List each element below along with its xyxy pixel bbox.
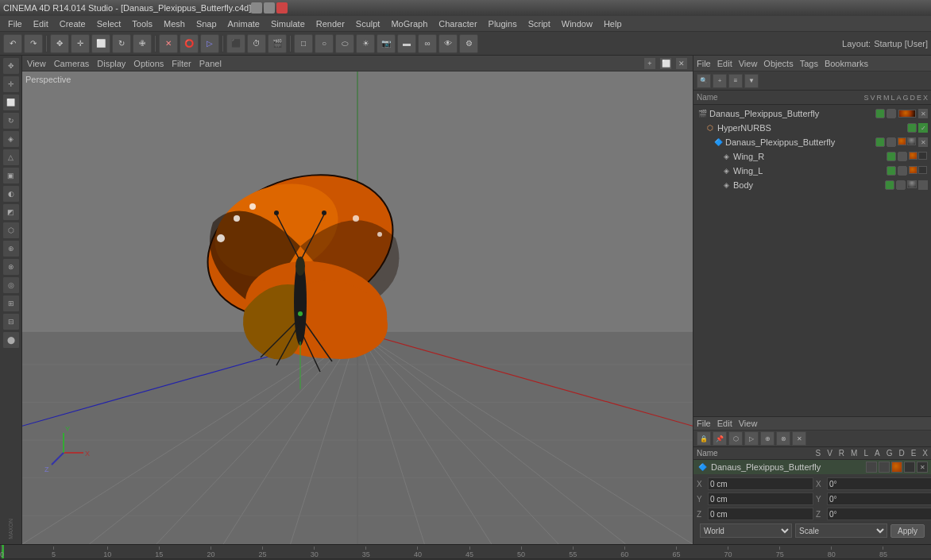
menu-item-tools[interactable]: Tools <box>127 17 157 30</box>
menu-item-select[interactable]: Select <box>92 17 126 30</box>
cube-button[interactable]: □ <box>294 34 313 53</box>
lt-tool8[interactable]: ◐ <box>2 185 20 203</box>
tree-item-butterfly-child[interactable]: 🔷 Danaus_Plexippus_Butterfly ✕ <box>695 135 929 149</box>
vp-menu-display[interactable]: Display <box>97 59 126 68</box>
lt-tool5[interactable]: ◈ <box>2 130 20 148</box>
tree-item-hypernurbs[interactable]: ⬡ HyperNURBS ✓ <box>695 121 929 135</box>
attr-menu-edit[interactable]: Edit <box>717 419 732 428</box>
menu-item-sculpt[interactable]: Sculpt <box>351 17 385 30</box>
vp-close[interactable]: ✕ <box>675 57 688 70</box>
attr-tb-6[interactable]: ⊗ <box>776 431 790 446</box>
attr-tb-7[interactable]: ✕ <box>792 431 806 446</box>
apply-button[interactable]: Apply <box>890 524 925 538</box>
attr-selected-object[interactable]: 🔷 Danaus_Plexippus_Butterfly ✕ <box>693 460 931 474</box>
om-menu-file[interactable]: File <box>697 59 711 68</box>
coord-y-pos-input[interactable] <box>708 492 813 505</box>
lt-tool7[interactable]: ▣ <box>2 167 20 184</box>
vp-menu-view[interactable]: View <box>27 59 46 68</box>
tree-dot-green-1[interactable] <box>875 109 885 118</box>
attr-tb-5[interactable]: ⊕ <box>760 431 775 446</box>
points-mode-button[interactable]: ⭕ <box>180 34 199 53</box>
lt-scale[interactable]: ⬜ <box>2 94 20 111</box>
coord-z-pos-input[interactable] <box>708 508 813 520</box>
om-menu-edit[interactable]: Edit <box>717 59 732 68</box>
vp-layout[interactable]: ⬜ <box>659 57 672 70</box>
om-expand-button[interactable]: ▼ <box>744 74 759 88</box>
attr-tb-3[interactable]: ⬡ <box>728 431 743 446</box>
tree-item-root[interactable]: 🎬 Danaus_Plexippus_Butterfly ✕ <box>695 106 929 121</box>
attr-tb-4[interactable]: ▷ <box>744 431 759 446</box>
sky-button[interactable]: ∞ <box>418 34 437 53</box>
options-button[interactable]: ⚙ <box>459 34 478 53</box>
lt-tool10[interactable]: ⬡ <box>2 222 20 239</box>
om-search-button[interactable]: 🔍 <box>697 74 711 88</box>
viewport[interactable]: Perspective <box>22 71 693 544</box>
tree-dot-gray-1[interactable] <box>887 109 896 118</box>
vp-menu-options[interactable]: Options <box>133 59 164 68</box>
sphere-button[interactable]: ○ <box>315 34 334 53</box>
lt-select[interactable]: ✥ <box>2 57 20 75</box>
menu-item-plugins[interactable]: Plugins <box>484 17 522 30</box>
lt-tool13[interactable]: ◎ <box>2 276 20 294</box>
om-filter-button[interactable]: ≡ <box>728 74 743 88</box>
menu-item-render[interactable]: Render <box>311 17 350 30</box>
coord-x-rot-input[interactable] <box>827 477 931 490</box>
lt-rotate[interactable]: ↻ <box>2 112 20 129</box>
cylinder-button[interactable]: ⬭ <box>335 34 354 53</box>
attr-tb-1[interactable]: 🔒 <box>697 431 711 446</box>
tree-dot-gray-5[interactable] <box>898 166 907 176</box>
om-add-button[interactable]: + <box>713 74 727 88</box>
coord-y-rot-input[interactable] <box>827 492 931 505</box>
scale-select[interactable]: Scale <box>795 523 887 538</box>
menu-item-help[interactable]: Help <box>599 17 627 30</box>
camera-button[interactable]: 📷 <box>377 34 396 53</box>
menu-item-snap[interactable]: Snap <box>191 17 222 30</box>
timeline-button[interactable]: ⏱ <box>247 34 266 53</box>
menu-item-character[interactable]: Character <box>434 17 481 30</box>
lt-move[interactable]: ✛ <box>2 75 20 93</box>
floor-button[interactable]: ▬ <box>397 34 416 53</box>
attr-tb-2[interactable]: 📌 <box>713 431 727 446</box>
tree-item-wing-r[interactable]: ◈ Wing_R <box>695 149 929 164</box>
lt-tool15[interactable]: ⊟ <box>2 313 20 330</box>
menu-item-script[interactable]: Script <box>523 17 555 30</box>
om-menu-view[interactable]: View <box>739 59 758 68</box>
scale-tool-button[interactable]: ⬜ <box>91 34 110 53</box>
tree-dot-gray-3[interactable] <box>887 137 896 147</box>
om-menu-objects[interactable]: Objects <box>763 59 793 68</box>
vp-menu-filter[interactable]: Filter <box>172 59 191 68</box>
render-view-button[interactable]: 👁 <box>438 34 458 53</box>
attr-menu-view[interactable]: View <box>739 419 758 428</box>
tree-item-wing-l[interactable]: ◈ Wing_L <box>695 164 929 178</box>
move-tool-button[interactable]: ✛ <box>71 34 90 53</box>
tree-dot-green-2[interactable] <box>907 123 917 133</box>
menu-item-mograph[interactable]: MoGraph <box>386 17 432 30</box>
tree-dot-gray-6[interactable] <box>896 180 906 190</box>
lt-tool14[interactable]: ⊞ <box>2 295 20 312</box>
world-select[interactable]: World <box>700 523 792 538</box>
lt-tool11[interactable]: ⊕ <box>2 240 20 257</box>
vp-menu-panel[interactable]: Panel <box>199 59 222 68</box>
menu-item-file[interactable]: File <box>3 17 27 30</box>
lt-tool16[interactable]: ⬤ <box>2 331 20 349</box>
lt-tool12[interactable]: ⊗ <box>2 258 20 276</box>
menu-item-edit[interactable]: Edit <box>29 17 53 30</box>
menu-item-simulate[interactable]: Simulate <box>266 17 310 30</box>
redo-button[interactable]: ↷ <box>24 34 43 53</box>
tree-dot-gray-4[interactable] <box>898 152 907 161</box>
minimize-button[interactable] <box>251 2 262 14</box>
polygon-mode-button[interactable]: ⬛ <box>226 34 245 53</box>
tree-dot-green-3[interactable] <box>875 137 885 147</box>
close-button[interactable] <box>276 2 288 14</box>
tree-dot-green-5[interactable] <box>887 166 896 176</box>
menu-item-create[interactable]: Create <box>55 17 91 30</box>
vp-menu-cameras[interactable]: Cameras <box>54 59 90 68</box>
om-menu-bookmarks[interactable]: Bookmarks <box>825 59 868 68</box>
coord-z-rot-input[interactable] <box>827 508 931 520</box>
coord-x-pos-input[interactable] <box>708 477 813 490</box>
tree-item-body[interactable]: ◈ Body <box>695 178 929 192</box>
menu-item-window[interactable]: Window <box>557 17 597 30</box>
select-tool-button[interactable]: ✥ <box>50 34 69 53</box>
edges-mode-button[interactable]: ▷ <box>200 34 219 53</box>
model-mode-button[interactable]: ✕ <box>159 34 178 53</box>
